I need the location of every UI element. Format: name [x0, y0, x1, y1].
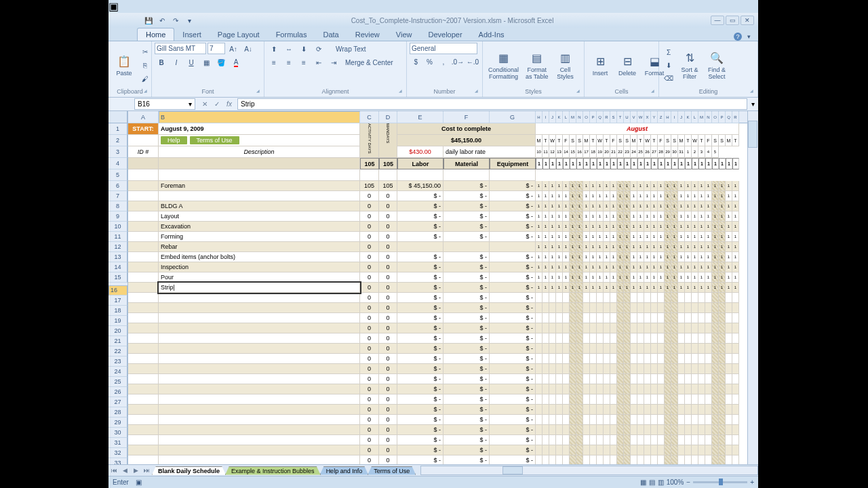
- help-icon[interactable]: ?: [734, 33, 742, 41]
- save-icon[interactable]: 💾: [144, 16, 153, 25]
- undo-icon[interactable]: ↶: [157, 16, 167, 25]
- zoom-level[interactable]: 100%: [667, 479, 684, 486]
- font-size-select[interactable]: 7: [208, 43, 225, 54]
- group-styles: Styles: [486, 87, 581, 96]
- sheet-tab[interactable]: Terms of Use: [368, 466, 416, 475]
- tab-nav-last[interactable]: ⏭: [141, 467, 152, 474]
- orient-icon[interactable]: ⟳: [312, 43, 326, 55]
- excel-window: ▣ 💾 ↶ ↷ ▾ Cost_To_Complete-Instruction~2…: [108, 0, 758, 488]
- cell-grid[interactable]: START:August 9, 2009ACTIVITY DAYSMANDAYS…: [128, 123, 747, 464]
- zoom-in-icon[interactable]: +: [750, 479, 754, 486]
- titlebar: 💾 ↶ ↷ ▾ Cost_To_Complete-Instruction~200…: [108, 13, 758, 28]
- percent-icon[interactable]: %: [423, 56, 435, 68]
- indent-inc-icon[interactable]: ⇥: [327, 56, 340, 68]
- formula-input[interactable]: Strip: [237, 98, 747, 110]
- close-button[interactable]: ✕: [741, 16, 754, 25]
- worksheet: 1234567891011121314151617181920212223242…: [108, 111, 758, 464]
- cond-format-button[interactable]: ▦ConditionalFormatting: [486, 48, 521, 82]
- group-editing: Editing: [662, 87, 755, 96]
- underline-icon[interactable]: U: [184, 56, 198, 68]
- autosum-icon[interactable]: Σ: [662, 46, 675, 58]
- inc-dec-icon[interactable]: .0→: [451, 56, 465, 68]
- tab-nav-first[interactable]: ⏮: [108, 467, 119, 474]
- find-select-button[interactable]: 🔍Find &Select: [704, 48, 730, 82]
- align-top-icon[interactable]: ⬆: [267, 43, 281, 55]
- align-right-icon[interactable]: ≡: [297, 56, 311, 68]
- minimize-button[interactable]: —: [711, 16, 724, 25]
- vertical-scrollbar[interactable]: [747, 111, 758, 464]
- tab-review[interactable]: Review: [347, 28, 388, 41]
- copy-icon[interactable]: ⎘: [138, 59, 152, 71]
- border-icon[interactable]: ▦: [199, 56, 213, 68]
- tab-formulas[interactable]: Formulas: [268, 28, 315, 41]
- tab-page-layout[interactable]: Page Layout: [210, 28, 268, 41]
- zoom-out-icon[interactable]: −: [686, 479, 690, 486]
- sheet-tab[interactable]: Help and Info: [320, 466, 369, 475]
- font-color-icon[interactable]: A: [229, 56, 243, 68]
- wrap-text-button[interactable]: Wrap Text: [332, 43, 370, 55]
- italic-icon[interactable]: I: [170, 56, 183, 68]
- tab-developer[interactable]: Developer: [420, 28, 470, 41]
- delete-button[interactable]: ⊟Delete: [614, 52, 640, 79]
- redo-icon[interactable]: ↷: [171, 16, 180, 25]
- fill-icon[interactable]: 🪣: [214, 56, 228, 68]
- office-button[interactable]: ▣: [108, 0, 758, 13]
- font-name-select[interactable]: Gill Sans MT: [155, 43, 206, 54]
- ribbon-min-icon[interactable]: ▾: [745, 33, 753, 41]
- tab-insert[interactable]: Insert: [174, 28, 210, 41]
- painter-icon[interactable]: 🖌: [138, 73, 152, 85]
- insert-button[interactable]: ⊞Insert: [587, 52, 613, 79]
- bold-icon[interactable]: B: [155, 56, 168, 68]
- group-number: Number: [410, 87, 479, 96]
- merge-center-button[interactable]: Merge & Center: [342, 56, 397, 68]
- align-bot-icon[interactable]: ⬇: [297, 43, 311, 55]
- currency-icon[interactable]: $: [410, 56, 422, 68]
- indent-dec-icon[interactable]: ⇤: [312, 56, 326, 68]
- zoom-slider[interactable]: [693, 481, 747, 483]
- group-font: Font: [155, 87, 261, 96]
- ribbon: 📋Paste ✂⎘🖌 Clipboard Gill Sans MT7A↑A↓ B…: [108, 41, 758, 98]
- align-left-icon[interactable]: ≡: [267, 56, 281, 68]
- number-format-select[interactable]: General: [410, 43, 477, 54]
- format-table-button[interactable]: ▤Formatas Table: [523, 48, 551, 82]
- column-headers[interactable]: ABCDEFGHIJKLMNOPQRSTUVWXYZHIJKLMNOPQR: [128, 111, 747, 123]
- dec-dec-icon[interactable]: ←.0: [466, 56, 479, 68]
- expand-formula-icon[interactable]: ▾: [747, 100, 758, 108]
- comma-icon[interactable]: ,: [437, 56, 450, 68]
- tab-nav-prev[interactable]: ◀: [119, 467, 130, 474]
- sheet-tab[interactable]: Example & Instruction Bubbles: [225, 466, 321, 475]
- paste-button[interactable]: 📋Paste: [111, 52, 137, 79]
- cut-icon[interactable]: ✂: [138, 45, 152, 58]
- group-clipboard: Clipboard: [111, 87, 149, 96]
- tab-nav-next[interactable]: ▶: [130, 467, 141, 474]
- horizontal-scrollbar[interactable]: [420, 466, 758, 475]
- qat-dropdown-icon[interactable]: ▾: [184, 16, 194, 25]
- name-box[interactable]: B16▾: [134, 98, 195, 110]
- macro-record-icon[interactable]: ▣: [136, 479, 142, 486]
- sheet-tab[interactable]: Blank Daily Schedule: [152, 466, 226, 475]
- tab-view[interactable]: View: [388, 28, 420, 41]
- cancel-icon[interactable]: ✕: [199, 100, 210, 108]
- view-layout-icon[interactable]: ▤: [649, 479, 655, 486]
- status-bar: Enter ▣ ▦ ▤ ▥ 100% − +: [108, 476, 758, 488]
- tab-addins[interactable]: Add-Ins: [471, 28, 513, 41]
- tab-data[interactable]: Data: [315, 28, 347, 41]
- window-title: Cost_To_Complete-Instruction~2007 Versio…: [194, 17, 711, 24]
- align-mid-icon[interactable]: ↔: [282, 43, 296, 55]
- enter-icon[interactable]: ✓: [212, 100, 222, 108]
- view-break-icon[interactable]: ▥: [658, 479, 664, 486]
- maximize-button[interactable]: ▭: [726, 16, 739, 25]
- cell-styles-button[interactable]: ▥CellStyles: [552, 48, 578, 82]
- fill-down-icon[interactable]: ⬇: [662, 59, 675, 71]
- group-alignment: Alignment: [267, 87, 403, 96]
- fx-icon[interactable]: fx: [224, 100, 235, 108]
- clear-icon[interactable]: ⌫: [662, 72, 675, 84]
- status-mode: Enter: [113, 479, 129, 486]
- shrink-font-icon[interactable]: A↓: [241, 43, 255, 55]
- row-headers[interactable]: 1234567891011121314151617181920212223242…: [108, 111, 128, 464]
- tab-home[interactable]: Home: [137, 28, 174, 41]
- align-center-icon[interactable]: ≡: [282, 56, 296, 68]
- grow-font-icon[interactable]: A↑: [226, 43, 240, 55]
- sort-filter-button[interactable]: ⇅Sort &Filter: [677, 48, 703, 82]
- view-normal-icon[interactable]: ▦: [640, 479, 646, 486]
